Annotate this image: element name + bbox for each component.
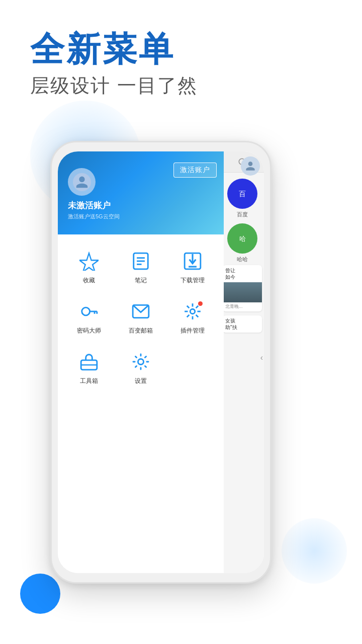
news-card-1-text: 曾让如今 — [223, 265, 262, 282]
avatar-icon — [73, 173, 91, 191]
svg-line-20 — [196, 306, 199, 308]
news-card-1-img — [223, 282, 262, 302]
menu-header: 未激活账户 激活账户送5G云空间 激活账户 — [58, 151, 224, 234]
baidu-label: 百度 — [221, 211, 264, 218]
baidu-site-area: 百 百度 — [221, 175, 264, 218]
news-card-2[interactable]: 女孩助"扶 — [223, 315, 262, 333]
chevron-left-icon: ‹ — [260, 353, 263, 362]
key-icon — [78, 300, 100, 323]
bg-circle-bottom-right — [282, 518, 347, 584]
mail-icon — [130, 300, 152, 323]
haha-icon[interactable]: 哈 — [227, 223, 257, 254]
svg-point-23 — [138, 359, 143, 364]
menu-row-1: 收藏 笔记 — [63, 242, 219, 290]
news-card-1[interactable]: 曾让如今 北青晚... — [223, 265, 262, 311]
settings-label: 设置 — [135, 377, 147, 385]
svg-point-7 — [81, 307, 89, 315]
menu-item-download[interactable]: 下载管理 — [167, 242, 219, 290]
browser-avatar[interactable] — [241, 156, 260, 176]
svg-point-12 — [191, 309, 196, 314]
menu-row-2: 密码大师 百变邮箱 — [63, 292, 219, 340]
email-label: 百变邮箱 — [129, 327, 153, 335]
toolbox-label: 工具箱 — [80, 377, 98, 385]
heading-area: 全新菜单 层级设计 一目了然 — [30, 30, 198, 99]
menu-item-favorites[interactable]: 收藏 — [63, 242, 115, 290]
star-icon — [78, 250, 100, 272]
plugin-label: 插件管理 — [180, 327, 205, 335]
haha-site-area: 哈 哈哈 — [221, 219, 264, 263]
menu-item-toolbox[interactable]: 工具箱 — [63, 343, 115, 390]
download-label: 下载管理 — [180, 276, 205, 285]
heading-main: 全新菜单 — [30, 30, 198, 68]
subtitle-text: 激活账户送5G云空间 — [68, 213, 214, 220]
phone-wrapper: 未激活账户 激活账户送5G云空间 激活账户 — [50, 141, 272, 584]
toolbox-icon — [78, 351, 100, 373]
password-label: 密码大师 — [77, 327, 101, 335]
haha-label: 哈哈 — [221, 256, 264, 263]
svg-line-17 — [187, 306, 190, 308]
download-icon — [182, 250, 204, 272]
svg-line-19 — [187, 315, 190, 317]
svg-text:哈: 哈 — [239, 235, 246, 243]
news-card-2-text: 女孩助"扶 — [223, 315, 262, 333]
avatar — [68, 168, 96, 196]
menu-panel: 未激活账户 激活账户送5G云空间 激活账户 — [58, 151, 224, 573]
person-icon — [75, 175, 89, 189]
note-icon — [130, 250, 152, 272]
username-text: 未激活账户 — [68, 200, 214, 211]
menu-item-plugin[interactable]: 插件管理 — [167, 292, 219, 340]
phone-outer: 未激活账户 激活账户送5G云空间 激活账户 — [50, 141, 272, 584]
settings-icon — [130, 351, 152, 373]
menu-item-settings[interactable]: 设置 — [115, 343, 166, 390]
favorites-label: 收藏 — [83, 276, 95, 285]
menu-item-empty — [167, 343, 219, 390]
menu-item-email[interactable]: 百变邮箱 — [115, 292, 166, 340]
browser-avatar-icon — [244, 159, 257, 173]
activate-button[interactable]: 激活账户 — [173, 163, 217, 178]
menu-item-notes[interactable]: 笔记 — [115, 242, 166, 290]
haha-logo: 哈 — [233, 229, 251, 248]
news-card-1-source: 北青晚... — [223, 302, 262, 311]
baidu-logo: 百 — [233, 185, 251, 203]
plugin-icon — [182, 300, 204, 323]
baidu-icon[interactable]: 百 — [227, 179, 257, 209]
svg-text:百: 百 — [239, 190, 246, 198]
browser-panel: 百 百度 哈 哈哈 曾让如 — [221, 151, 264, 573]
menu-row-3: 工具箱 设置 — [63, 343, 219, 390]
notes-label: 笔记 — [135, 276, 147, 285]
svg-line-18 — [196, 315, 199, 317]
menu-grid: 收藏 笔记 — [58, 234, 224, 398]
heading-sub: 层级设计 一目了然 — [30, 73, 198, 99]
menu-item-password[interactable]: 密码大师 — [63, 292, 115, 340]
phone-screen: 未激活账户 激活账户送5G云空间 激活账户 — [58, 151, 264, 573]
